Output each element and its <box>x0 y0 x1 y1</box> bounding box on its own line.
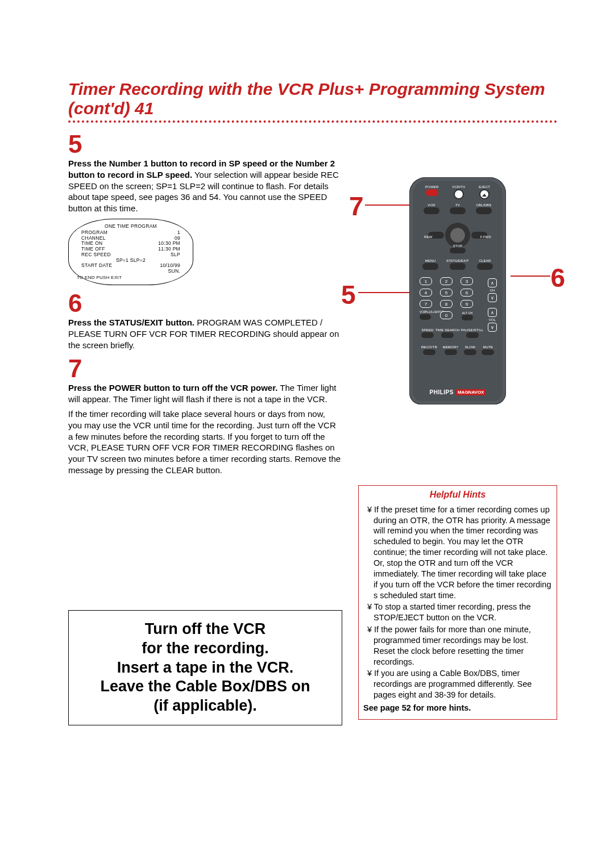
lbl-clear: CLEAR <box>479 259 491 262</box>
brand-philips: PHILIPS <box>430 389 454 395</box>
vcrplus-enter-button[interactable] <box>420 314 431 320</box>
tv-mode-button[interactable] <box>450 207 466 214</box>
num-2-button[interactable]: 2 <box>440 277 453 285</box>
hints-footer: See page 52 for more hints. <box>363 703 552 713</box>
eject-button[interactable] <box>479 189 489 199</box>
vcr-tv-button[interactable] <box>454 189 464 199</box>
page-title: Timer Recording with the VCR Plus+ Progr… <box>68 80 557 118</box>
osd-r4-l: REC SPEED <box>81 252 111 258</box>
lbl-timesearch: TIME SEARCH <box>435 328 459 332</box>
lbl-mute: MUTE <box>483 345 493 349</box>
memory-button[interactable] <box>445 349 457 355</box>
lbl-cbldbs: CBL/DBS <box>476 203 491 207</box>
num-9-button[interactable]: 9 <box>460 300 473 308</box>
title-divider <box>68 120 557 123</box>
lbl-vol: VOL <box>489 318 496 322</box>
num-8-button[interactable]: 8 <box>440 300 453 308</box>
osd-title: ONE TIME PROGRAM <box>77 224 185 229</box>
lbl-slow: SLOW <box>465 345 475 349</box>
osd-r7-v: SUN. <box>168 269 180 274</box>
callout-6-line <box>511 276 550 277</box>
hint-item: If you are using a Cable Box/DBS, timer … <box>366 668 552 700</box>
step-5-number: 5 <box>68 132 341 157</box>
callout-5: 5 <box>341 279 356 310</box>
num-3-button[interactable]: 3 <box>460 277 473 285</box>
page-number: 41 <box>135 99 154 118</box>
status-exit-button[interactable] <box>450 263 466 270</box>
lbl-status: STATUS/EXIT <box>446 259 469 262</box>
big-callout-text: Turn off the VCR for the recording. Inse… <box>100 620 310 714</box>
step-7-para2: If the timer recording will take place s… <box>68 408 341 476</box>
step-6-bold: Press the STATUS/EXIT button. <box>68 318 194 327</box>
lbl-altch: ALT CH <box>462 311 473 315</box>
lbl-ch: CH <box>489 289 495 292</box>
remote-control: POWER VCR/TV EJECT VCR TV CBL/DBS REW <box>409 177 506 404</box>
clear-button[interactable] <box>477 263 493 270</box>
step-7-number: 7 <box>68 356 341 381</box>
lbl-speed: SPEED <box>421 328 433 332</box>
callout-6: 6 <box>550 262 565 293</box>
rec-otr-button[interactable] <box>423 349 435 355</box>
lbl-power: POWER <box>425 185 439 189</box>
osd-display: ONE TIME PROGRAM PROGRAM1 CHANNEL09 TIME… <box>68 219 193 285</box>
ch-up-button[interactable]: ∧ <box>488 278 497 287</box>
slow-button[interactable] <box>464 349 476 355</box>
time-search-button[interactable] <box>441 332 454 338</box>
vcr-mode-button[interactable] <box>424 207 439 214</box>
hint-item: If the power fails for more than one min… <box>366 624 552 667</box>
num-4-button[interactable]: 4 <box>420 289 432 297</box>
step-7-bold: Press the POWER button to turn off the V… <box>68 383 277 393</box>
lbl-rew: REW <box>424 235 433 239</box>
mute-button[interactable] <box>482 349 494 355</box>
ch-down-button[interactable]: ∨ <box>488 293 497 302</box>
hint-item: If the preset time for a timer recording… <box>366 504 552 601</box>
cbldbs-mode-button[interactable] <box>476 207 492 214</box>
vol-up-button[interactable]: ∧ <box>488 308 497 317</box>
num-0-button[interactable]: 0 <box>440 311 453 319</box>
lbl-vcrtv: VCR/TV <box>452 185 465 189</box>
osd-r6-l: START DATE <box>81 263 112 269</box>
step-5-text: Press the Number 1 button to record in S… <box>68 158 341 214</box>
lbl-eject: EJECT <box>479 185 490 189</box>
lbl-ffwd: F.FWD <box>480 235 491 239</box>
callout-5-line <box>358 292 417 293</box>
brand-magnavox: MAGNAVOX <box>456 389 486 395</box>
lbl-vcr: VCR <box>428 203 435 207</box>
num-1-button[interactable]: 1 <box>420 277 432 285</box>
alt-ch-button[interactable] <box>462 315 473 320</box>
step-6-number: 6 <box>68 291 341 316</box>
step-6-text: Press the STATUS/EXIT button. PROGRAM WA… <box>68 317 341 350</box>
helpful-hints: Helpful Hints If the preset time for a t… <box>358 485 557 720</box>
num-6-button[interactable]: 6 <box>460 289 473 297</box>
step-7-text: Press the POWER button to turn off the V… <box>68 382 341 405</box>
eject-icon <box>482 194 487 197</box>
menu-button[interactable] <box>422 263 438 270</box>
callout-7: 7 <box>349 191 364 222</box>
lbl-memory: MEMORY <box>442 345 458 349</box>
lbl-vcrplus: VCRPLUS+/ENTER <box>420 311 431 314</box>
hint-item: To stop a started timer recording, press… <box>366 602 552 623</box>
osd-footer: TO END PUSH EXIT <box>77 275 185 280</box>
osd-r5-v: SP=1 SLP=2 <box>116 257 146 263</box>
num-7-button[interactable]: 7 <box>420 300 432 308</box>
speed-button[interactable] <box>421 332 434 338</box>
lbl-recotr: REC/OTR <box>421 345 437 349</box>
power-button[interactable] <box>426 189 438 196</box>
lbl-menu: MENU <box>425 259 435 262</box>
hints-title: Helpful Hints <box>363 489 552 501</box>
osd-r4-v: SLP <box>171 252 180 258</box>
num-5-button[interactable]: 5 <box>440 289 453 297</box>
lbl-pausestill: PAUSE/STILL <box>461 328 484 332</box>
lbl-tv: TV <box>455 203 460 207</box>
pause-still-button[interactable] <box>466 332 479 338</box>
big-callout: Turn off the VCR for the recording. Inse… <box>68 610 342 725</box>
stop-button[interactable] <box>450 248 466 253</box>
